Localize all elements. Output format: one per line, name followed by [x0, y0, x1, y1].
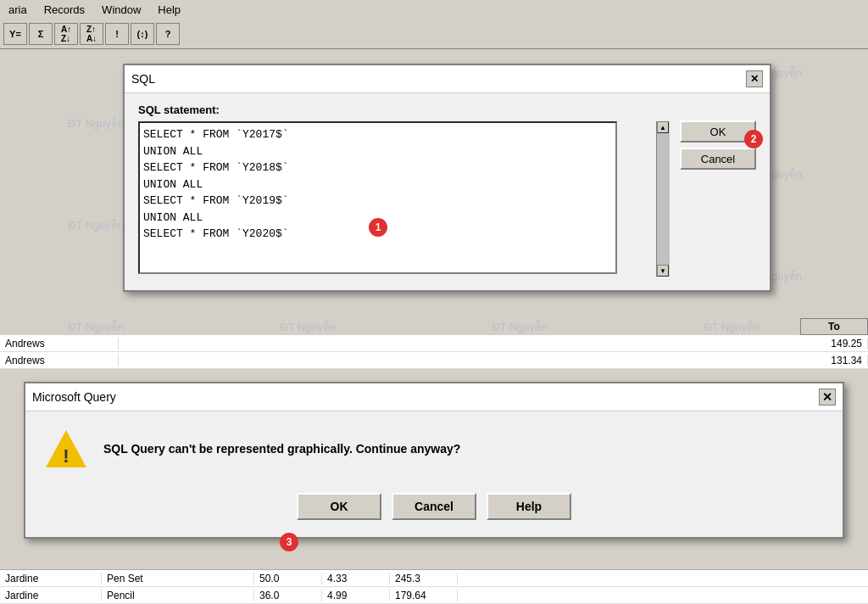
mq-help-button[interactable]: Help: [487, 493, 571, 520]
cell-product: Pen Set: [102, 573, 254, 584]
mq-dialog-titlebar: Microsoft Query ✕: [25, 383, 843, 411]
menu-records[interactable]: Records: [39, 2, 90, 18]
watermark: ĐT Nguyễn: [704, 321, 760, 333]
cell-qty: 36.0: [254, 590, 322, 601]
toolbar-btn-exclaim[interactable]: !: [105, 23, 129, 45]
mq-cancel-button[interactable]: Cancel: [392, 493, 476, 520]
toolbar-btn-sort-az[interactable]: A↑Z↓: [54, 23, 78, 45]
sql-dialog-body: SQL statement: SELECT * FROM `Y2017$` UN…: [125, 93, 770, 290]
cell-qty: 50.0: [254, 573, 322, 584]
menubar: aria Records Window Help: [0, 0, 868, 19]
watermark: ĐT Nguyễn: [68, 321, 124, 333]
cell-value: 149.25: [800, 338, 868, 350]
cell-name: Andrews: [0, 355, 119, 366]
warning-icon: !: [46, 428, 86, 469]
sql-statement-label: SQL statement:: [138, 103, 670, 116]
menu-window[interactable]: Window: [97, 2, 146, 18]
mq-dialog-message: SQL Query can't be represented graphical…: [103, 442, 822, 456]
sql-scrollbar[interactable]: ▲ ▼: [656, 121, 670, 277]
sql-dialog-title: SQL: [131, 72, 155, 86]
cell-name: Jardine: [0, 590, 102, 601]
toolbar-btn-fy[interactable]: Y=: [3, 23, 27, 45]
sql-dialog-buttons: OK Cancel: [680, 103, 756, 277]
mq-ok-button[interactable]: OK: [297, 493, 381, 520]
toolbar: Y= Σ A↑Z↓ Z↑A↓ ! (↕) ?: [0, 19, 868, 49]
toolbar-btn-sort-za[interactable]: Z↑A↓: [80, 23, 103, 45]
cell-product: Pencil: [102, 590, 254, 601]
mq-dialog-close-button[interactable]: ✕: [819, 389, 836, 405]
cell-name: Jardine: [0, 573, 102, 584]
watermark: ĐT Nguyễn: [492, 321, 548, 333]
table-row: Andrews 149.25: [0, 335, 868, 352]
bottom-rows: Jardine Pen Set 50.0 4.33 245.3 Jardine …: [0, 569, 868, 604]
sql-dialog-main: SQL statement: SELECT * FROM `Y2017$` UN…: [138, 103, 670, 277]
warning-exclaim: !: [63, 445, 69, 467]
table-row: Andrews 131.34: [0, 352, 868, 369]
cell-total: 179.64: [390, 590, 458, 601]
table-row: Jardine Pencil 36.0 4.99 179.64: [0, 587, 868, 604]
cell-total: 245.3: [390, 573, 458, 584]
toolbar-btn-help[interactable]: ?: [156, 23, 180, 45]
watermark: ĐT Nguyễn: [68, 219, 124, 232]
watermark: ĐT Nguyễn: [280, 321, 336, 333]
annotation-badge-3: 3: [280, 533, 298, 551]
mq-dialog-body: ! SQL Query can't be represented graphic…: [25, 411, 843, 486]
menu-help[interactable]: Help: [153, 2, 186, 18]
bg-rows: Andrews 149.25 Andrews 131.34: [0, 335, 868, 369]
sql-dialog-titlebar: SQL ✕: [125, 65, 770, 93]
to-column-header: To: [800, 318, 868, 335]
toolbar-btn-sigma[interactable]: Σ: [29, 23, 53, 45]
scrollbar-up-arrow[interactable]: ▲: [657, 121, 669, 133]
cell-name: Andrews: [0, 338, 119, 350]
cell-price: 4.99: [322, 590, 390, 601]
sql-dialog: SQL ✕ SQL statement: SELECT * FROM `Y201…: [123, 64, 771, 292]
annotation-badge-1: 1: [369, 218, 387, 237]
scrollbar-down-arrow[interactable]: ▼: [657, 265, 669, 277]
watermark: ĐT Nguyễn: [68, 117, 124, 130]
sql-cancel-button[interactable]: Cancel: [680, 148, 756, 170]
sql-textarea-wrapper: SELECT * FROM `Y2017$` UNION ALL SELECT …: [138, 121, 670, 277]
annotation-badge-2: 2: [744, 130, 763, 148]
table-row: Jardine Pen Set 50.0 4.33 245.3: [0, 570, 868, 587]
toolbar-btn-exclaim2[interactable]: (↕): [131, 23, 154, 45]
mq-dialog-footer: OK Cancel Help: [25, 486, 843, 537]
mq-dialog-title: Microsoft Query: [32, 390, 116, 404]
sql-textarea[interactable]: SELECT * FROM `Y2017$` UNION ALL SELECT …: [138, 121, 617, 274]
cell-value: 131.34: [800, 355, 868, 366]
cell-price: 4.33: [322, 573, 390, 584]
menu-aria[interactable]: aria: [3, 2, 32, 18]
scrollbar-track[interactable]: [657, 133, 670, 265]
microsoft-query-dialog: Microsoft Query ✕ ! SQL Query can't be r…: [24, 382, 844, 539]
sql-dialog-close-button[interactable]: ✕: [746, 70, 763, 87]
